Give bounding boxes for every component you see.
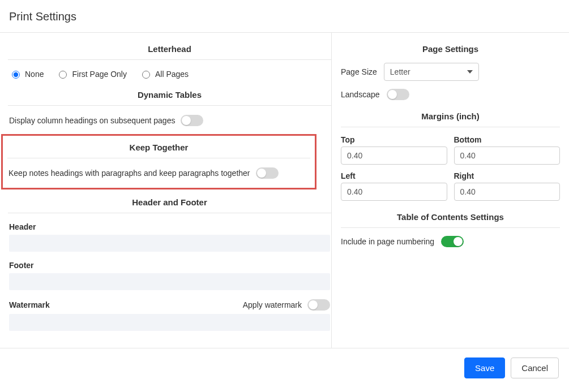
left-column: Letterhead None First Page Only All Page…	[0, 33, 331, 348]
keep-together-toggle[interactable]	[256, 167, 279, 179]
margin-top-field: Top	[341, 135, 447, 165]
margin-left-field: Left	[341, 171, 447, 201]
letterhead-first-radio[interactable]	[59, 71, 67, 79]
letterhead-title: Letterhead	[8, 41, 331, 60]
margin-bottom-input[interactable]	[454, 147, 561, 165]
page-size-label: Page Size	[341, 67, 377, 76]
apply-watermark-label: Apply watermark	[243, 300, 302, 309]
main-area: Letterhead None First Page Only All Page…	[0, 33, 569, 348]
page-size-select[interactable]: Letter	[384, 63, 479, 81]
margin-right-label: Right	[454, 171, 561, 180]
margin-left-input[interactable]	[341, 183, 447, 201]
header-field: Header	[8, 219, 331, 257]
dynamic-tables-title: Dynamic Tables	[8, 87, 331, 106]
footer-input[interactable]	[9, 273, 330, 290]
letterhead-none-radio[interactable]	[12, 71, 20, 79]
margins-grid: Top Bottom Left Right	[341, 135, 560, 201]
page-size-row: Page Size Letter	[341, 63, 560, 81]
letterhead-all-radio[interactable]	[142, 71, 150, 79]
letterhead-none[interactable]: None	[9, 69, 44, 79]
margin-top-label: Top	[341, 135, 447, 144]
margin-right-field: Right	[454, 171, 561, 201]
header-input[interactable]	[9, 235, 330, 252]
landscape-row: Landscape	[341, 89, 560, 100]
footer-label: Footer	[9, 261, 330, 270]
letterhead-options: None First Page Only All Pages	[8, 66, 331, 87]
header-label: Header	[9, 222, 330, 231]
letterhead-all[interactable]: All Pages	[139, 69, 189, 79]
toc-include-row: Include in page numbering	[341, 236, 560, 247]
watermark-field	[8, 314, 331, 337]
landscape-label: Landscape	[341, 90, 380, 99]
page-settings-title: Page Settings	[341, 41, 560, 59]
margins-title: Margins (inch)	[341, 108, 560, 127]
margin-bottom-label: Bottom	[454, 135, 561, 144]
toc-title: Table of Contents Settings	[341, 209, 560, 228]
right-column: Page Settings Page Size Letter Landscape…	[331, 33, 569, 348]
letterhead-none-label: None	[25, 70, 44, 79]
keep-together-label: Keep notes headings with paragraphs and …	[8, 169, 250, 178]
toc-include-toggle[interactable]	[441, 236, 464, 247]
display-headings-row: Display column headings on subsequent pa…	[8, 111, 331, 134]
save-button[interactable]: Save	[464, 357, 505, 378]
display-headings-label: Display column headings on subsequent pa…	[9, 116, 175, 125]
footer-bar: Save Cancel	[0, 348, 569, 387]
letterhead-first[interactable]: First Page Only	[56, 69, 126, 79]
display-headings-toggle[interactable]	[181, 115, 203, 126]
watermark-label: Watermark	[9, 300, 50, 309]
cancel-button[interactable]: Cancel	[511, 357, 559, 378]
margin-bottom-field: Bottom	[454, 135, 561, 165]
footer-field: Footer	[8, 257, 331, 296]
margin-left-label: Left	[341, 171, 447, 180]
keep-together-highlight: Keep Together Keep notes headings with p…	[1, 134, 316, 189]
margin-right-input[interactable]	[454, 183, 561, 201]
keep-together-row: Keep notes headings with paragraphs and …	[7, 164, 310, 187]
landscape-toggle[interactable]	[387, 89, 409, 100]
apply-watermark-toggle[interactable]	[307, 299, 330, 311]
watermark-input[interactable]	[9, 314, 330, 331]
letterhead-first-label: First Page Only	[72, 70, 126, 79]
header-footer-title: Header and Footer	[8, 194, 331, 213]
keep-together-title: Keep Together	[7, 139, 310, 158]
letterhead-all-label: All Pages	[155, 70, 189, 79]
margin-top-input[interactable]	[341, 147, 447, 165]
page-title: Print Settings	[0, 0, 569, 32]
toc-include-label: Include in page numbering	[341, 237, 434, 246]
watermark-row: Watermark Apply watermark	[8, 296, 331, 314]
